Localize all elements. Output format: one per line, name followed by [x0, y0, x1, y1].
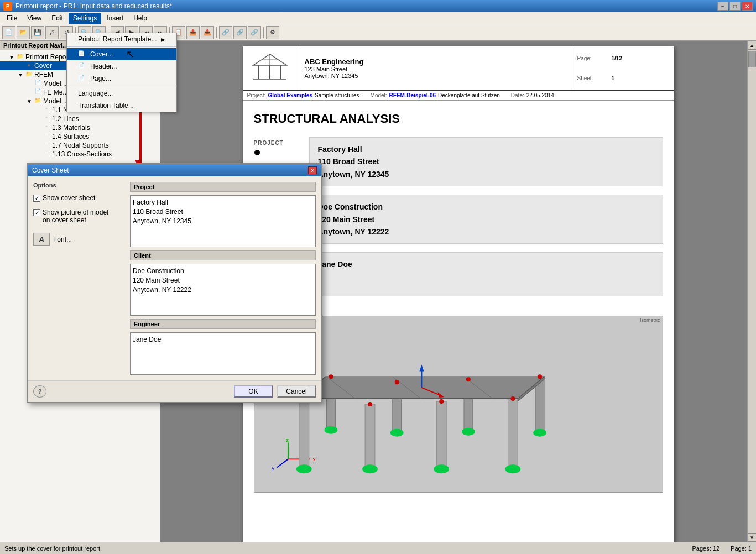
ok-button[interactable]: OK — [234, 385, 273, 398]
toolbar-save[interactable]: 💾 — [31, 26, 44, 39]
scroll-up-arrow[interactable]: ▲ — [748, 41, 757, 50]
svg-rect-14 — [299, 399, 309, 470]
tree-item-lines[interactable]: · 1.2 Lines — [0, 114, 160, 123]
dropdown-sep-1 — [67, 46, 176, 47]
dropdown-language[interactable]: Language... — [67, 87, 176, 100]
toolbar-link3[interactable]: 🔗 — [248, 26, 261, 39]
minimize-button[interactable]: − — [717, 2, 728, 11]
tree-item-nodal-supports[interactable]: · 1.7 Nodal Supports — [0, 141, 160, 150]
te-3[interactable]: ▼ — [27, 98, 33, 104]
menu-view[interactable]: View — [23, 13, 46, 24]
engineer-textarea[interactable]: Jane Doe — [130, 332, 316, 375]
help-button[interactable]: ? — [33, 385, 46, 398]
menu-help[interactable]: Help — [129, 13, 152, 24]
svg-point-34 — [461, 428, 475, 436]
svg-text:x: x — [312, 457, 315, 463]
toolbar-export[interactable]: 📤 — [186, 26, 200, 39]
tree-item-surfaces[interactable]: · 1.4 Surfaces — [0, 132, 160, 141]
client-box: Doe Construction 120 Main Street Anytown… — [309, 195, 663, 244]
close-button[interactable]: ✕ — [742, 2, 753, 11]
svg-point-40 — [329, 375, 333, 379]
toolbar-link2[interactable]: 🔗 — [233, 26, 247, 39]
project-name: Factory Hall — [318, 143, 654, 155]
svg-point-37 — [368, 402, 372, 406]
dialog-fields-panel: Project Factory Hall 110 Broad Street An… — [130, 182, 316, 375]
toolbar-settings[interactable]: ⚙ — [266, 26, 279, 39]
toolbar-open[interactable]: 📂 — [17, 26, 30, 39]
project-textarea[interactable]: Factory Hall 110 Broad Street Anytown, N… — [130, 195, 316, 247]
menu-insert[interactable]: Insert — [102, 13, 128, 24]
cover-sheet-dialog: Cover Sheet ✕ Options ✓ Show cover sheet… — [27, 163, 322, 403]
status-message: Sets up the cover for printout report. — [4, 545, 102, 552]
pages-count: Pages: 12 — [692, 545, 720, 552]
scroll-down-arrow[interactable]: ▼ — [748, 533, 757, 542]
tree-label-materials: 1.3 Materials — [52, 124, 90, 132]
tree-expand-rfem[interactable]: ▼ — [18, 72, 24, 78]
translation-label: Translation Table... — [78, 102, 134, 109]
logo-svg — [251, 51, 289, 85]
status-right: Pages: 12 Page: 1 — [692, 545, 752, 552]
show-picture-row[interactable]: ✓ Show picture of model on cover sheet — [33, 208, 124, 224]
model-sub: Deckenplatte auf Stützen — [438, 92, 500, 98]
dialog-options-panel: Options ✓ Show cover sheet ✓ Show pictur… — [33, 182, 124, 375]
project-value: Global Examples — [268, 92, 312, 98]
folder-rfem-icon: 📁 — [24, 71, 33, 79]
tree-label-feme: FE Me... — [43, 88, 68, 96]
cover-label: Cover... — [90, 50, 113, 58]
dot-icon-2: · — [42, 115, 51, 123]
dialog-footer-buttons: OK Cancel — [234, 385, 316, 398]
tree-label-root: Printout Repo... — [25, 53, 71, 61]
svg-point-31 — [505, 465, 520, 474]
dialog-close-button[interactable]: ✕ — [308, 166, 317, 174]
cancel-button[interactable]: Cancel — [277, 385, 316, 398]
tree-label-model1: Model... — [43, 80, 67, 87]
tree-item-cross-sections[interactable]: · 1.13 Cross-Sections — [0, 150, 160, 159]
connection-dot — [254, 150, 260, 155]
project-field: Project: Global Examples Sample structur… — [247, 92, 359, 98]
model-field: Model: RFEM-Beispiel-06 Deckenplatte auf… — [371, 92, 500, 98]
toolbar-print[interactable]: 🖨 — [45, 26, 59, 39]
dropdown-sep-2 — [67, 86, 176, 86]
dropdown-cover[interactable]: 📄 Cover... — [67, 48, 176, 60]
font-button-label[interactable]: Font... — [53, 236, 72, 243]
options-label: Options — [33, 182, 124, 189]
dropdown-translation[interactable]: Translation Table... — [67, 100, 176, 112]
toolbar-export2[interactable]: 📥 — [201, 26, 214, 39]
project-sub: Sample structures — [315, 92, 359, 98]
page-icon-2: 📄 — [33, 88, 42, 96]
created-by-box: Jane Doe — [309, 252, 663, 296]
company-logo — [243, 46, 298, 90]
show-cover-row[interactable]: ✓ Show cover sheet — [33, 194, 124, 202]
submenu-arrow: ▶ — [161, 36, 165, 43]
svg-point-29 — [362, 465, 378, 474]
project-box: Factory Hall 110 Broad Street Anytown, N… — [309, 137, 663, 186]
tree-item-materials[interactable]: · 1.3 Materials — [0, 123, 160, 132]
tree-label-cross-sections: 1.13 Cross-Sections — [52, 150, 112, 158]
project-label: Project: — [247, 92, 266, 98]
dropdown-page[interactable]: 📄 Page... — [67, 72, 176, 85]
menu-settings[interactable]: Settings — [69, 13, 101, 24]
svg-point-30 — [434, 465, 449, 474]
tree-label-nodal-supports: 1.7 Nodal Supports — [52, 142, 109, 149]
show-cover-checkbox[interactable]: ✓ — [33, 195, 40, 202]
menu-file[interactable]: File — [2, 13, 22, 24]
dropdown-header[interactable]: 📄 Header... — [67, 60, 176, 72]
toolbar-link[interactable]: 🔗 — [219, 26, 232, 39]
date-field: Date: 22.05.2014 — [511, 92, 554, 98]
client-name: Doe Construction — [318, 201, 654, 213]
toolbar-new[interactable]: 📄 — [2, 26, 15, 39]
svg-point-39 — [510, 396, 515, 401]
scroll-thumb[interactable] — [748, 51, 756, 67]
menu-bar: File View Edit Settings Insert Help — [0, 12, 756, 24]
dialog-title: Cover Sheet — [32, 166, 69, 174]
vertical-scrollbar[interactable]: ▲ ▼ — [747, 41, 756, 542]
dropdown-printout-template[interactable]: Printout Report Template... ▶ — [67, 33, 176, 45]
maximize-button[interactable]: □ — [729, 2, 741, 11]
header-label: Header... — [90, 62, 117, 70]
client-textarea[interactable]: Doe Construction 120 Main Street Anytown… — [130, 264, 316, 316]
menu-edit[interactable]: Edit — [47, 13, 67, 24]
font-button-row[interactable]: A Font... — [33, 233, 124, 246]
header-doc-icon: 📄 — [78, 62, 87, 70]
show-picture-checkbox[interactable]: ✓ — [33, 209, 40, 216]
tree-expand[interactable]: ▼ — [9, 54, 15, 60]
